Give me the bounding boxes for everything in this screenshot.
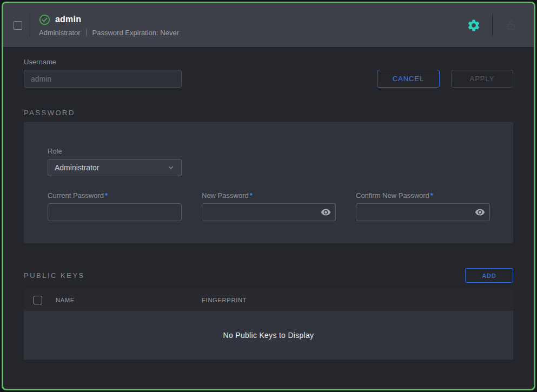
current-password-field-group: Current Password* — [48, 191, 182, 221]
public-keys-table-header: NAME FINGERPRINT — [24, 289, 513, 311]
chevron-down-icon — [167, 164, 175, 171]
user-title-block: admin Administrator Password Expiration:… — [39, 14, 179, 37]
required-marker: * — [105, 191, 108, 200]
subtitle-pipe-divider — [86, 29, 87, 36]
public-keys-section-title: PUBLIC KEYS — [24, 271, 85, 280]
header-divider — [30, 14, 30, 37]
user-select-checkbox[interactable] — [14, 21, 22, 30]
current-password-label: Current Password* — [48, 191, 182, 200]
screenshot-root: admin Administrator Password Expiration:… — [0, 0, 537, 392]
eye-icon[interactable] — [321, 207, 331, 217]
eye-icon[interactable] — [475, 207, 485, 217]
new-password-input[interactable] — [202, 203, 336, 221]
username-label: Username — [24, 58, 182, 66]
password-section-title: PASSWORD — [24, 109, 513, 117]
user-title: admin — [55, 15, 81, 24]
confirm-new-password-field-group: Confirm New Password* — [356, 191, 490, 221]
public-keys-empty-state: No Public Keys to Display — [24, 311, 513, 360]
current-password-input[interactable] — [48, 203, 182, 221]
column-header-name: NAME — [56, 297, 202, 303]
public-keys-table: NAME FINGERPRINT No Public Keys to Displ… — [24, 289, 513, 360]
user-header: admin Administrator Password Expiration:… — [3, 3, 534, 48]
cancel-button[interactable]: CANCEL — [377, 70, 440, 88]
role-label: Role — [48, 147, 489, 155]
role-field-group: Role Administrator — [48, 147, 489, 176]
settings-button[interactable] — [463, 15, 485, 36]
check-circle-icon — [39, 14, 50, 25]
unlock-icon — [505, 19, 518, 32]
username-input[interactable] — [24, 70, 182, 88]
new-password-field-group: New Password* — [202, 191, 336, 221]
required-marker: * — [250, 191, 253, 200]
apply-button[interactable]: APPLY — [451, 70, 513, 88]
empty-state-message: No Public Keys to Display — [223, 331, 314, 340]
form-actions: CANCEL APPLY — [377, 70, 513, 88]
lock-button[interactable] — [500, 15, 522, 36]
password-card: Role Administrator Current Password* — [24, 122, 513, 243]
user-role-text: Administrator — [39, 29, 81, 37]
header-icons-divider — [492, 15, 493, 36]
user-form: Username CANCEL APPLY PASSWORD Role Admi… — [3, 48, 534, 389]
user-details-panel: admin Administrator Password Expiration:… — [2, 2, 535, 390]
new-password-label: New Password* — [202, 191, 336, 200]
public-keys-header-row: PUBLIC KEYS ADD — [24, 268, 513, 283]
password-expiration-text: Password Expiration: Never — [92, 29, 179, 37]
role-select-value: Administrator — [55, 163, 99, 172]
confirm-new-password-label: Confirm New Password* — [356, 191, 490, 200]
confirm-new-password-input[interactable] — [356, 203, 490, 221]
column-header-fingerprint: FINGERPRINT — [202, 297, 247, 303]
password-fields-row: Current Password* New Password* — [48, 191, 489, 221]
required-marker: * — [430, 191, 433, 200]
gear-icon — [467, 18, 481, 32]
role-select[interactable]: Administrator — [48, 159, 182, 176]
username-field-group: Username — [24, 58, 182, 88]
select-all-checkbox[interactable] — [34, 296, 42, 304]
add-public-key-button[interactable]: ADD — [465, 268, 513, 283]
username-row: Username CANCEL APPLY — [24, 58, 513, 88]
